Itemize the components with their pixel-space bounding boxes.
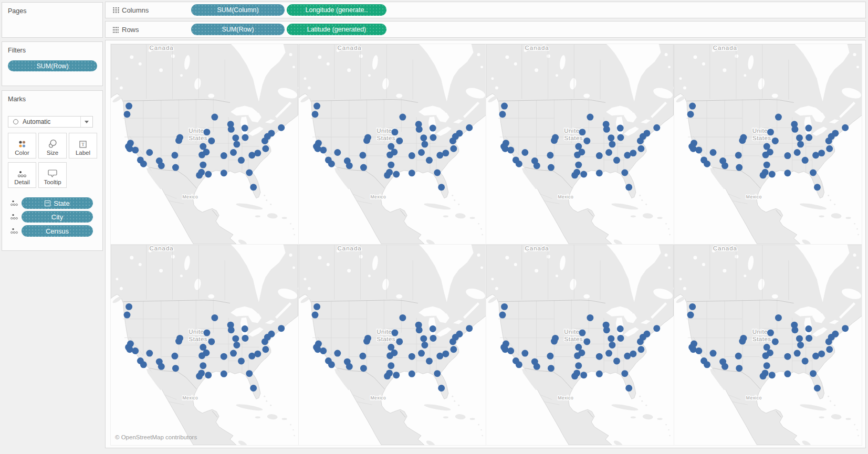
city-mark[interactable] (399, 114, 406, 121)
city-mark[interactable] (232, 134, 239, 141)
city-mark[interactable] (158, 363, 165, 370)
city-mark[interactable] (311, 111, 318, 118)
city-mark[interactable] (813, 385, 820, 392)
city-mark[interactable] (812, 152, 819, 159)
map-pane[interactable]: CanadaUnitedStatesMexico (674, 245, 862, 445)
filter-pill-sum-row[interactable]: SUM(Row) (8, 60, 97, 71)
city-mark[interactable] (613, 157, 620, 164)
mark-pill-state[interactable]: State (22, 197, 93, 209)
city-mark[interactable] (709, 350, 716, 357)
city-mark[interactable] (200, 162, 206, 168)
city-mark[interactable] (360, 164, 367, 171)
city-mark[interactable] (430, 335, 436, 342)
city-mark[interactable] (208, 138, 215, 144)
city-mark[interactable] (242, 325, 248, 332)
city-mark[interactable] (205, 171, 212, 178)
city-mark[interactable] (818, 150, 825, 156)
city-mark[interactable] (516, 161, 522, 167)
city-mark[interactable] (430, 134, 436, 141)
city-mark[interactable] (466, 124, 473, 131)
city-mark[interactable] (388, 162, 394, 168)
city-mark[interactable] (621, 370, 628, 377)
city-mark[interactable] (806, 134, 812, 141)
city-mark[interactable] (230, 350, 237, 357)
city-mark[interactable] (507, 146, 514, 153)
city-mark[interactable] (320, 347, 327, 354)
city-mark[interactable] (818, 351, 825, 357)
city-mark[interactable] (425, 357, 432, 364)
city-mark[interactable] (334, 149, 341, 156)
city-mark[interactable] (621, 170, 628, 176)
city-mark[interactable] (806, 335, 812, 342)
city-mark[interactable] (826, 346, 833, 353)
city-mark[interactable] (175, 137, 182, 144)
city-mark[interactable] (140, 361, 147, 368)
city-mark[interactable] (784, 353, 791, 360)
city-mark[interactable] (547, 353, 553, 360)
city-mark[interactable] (415, 126, 422, 133)
city-mark[interactable] (583, 138, 590, 144)
city-mark[interactable] (393, 171, 400, 178)
city-mark[interactable] (579, 330, 585, 336)
city-mark[interactable] (359, 353, 366, 360)
pill-sum-column[interactable]: SUM(Column) (191, 4, 285, 16)
city-mark[interactable] (791, 326, 798, 333)
city-mark[interactable] (653, 325, 660, 332)
city-mark[interactable] (449, 338, 456, 345)
city-mark[interactable] (418, 149, 425, 156)
city-mark[interactable] (360, 365, 367, 372)
city-mark[interactable] (221, 152, 227, 159)
city-mark[interactable] (603, 326, 610, 333)
city-mark[interactable] (704, 161, 710, 167)
city-mark[interactable] (262, 145, 269, 152)
city-mark[interactable] (346, 162, 352, 169)
map-pane[interactable]: CanadaUnitedStatesMexico (111, 44, 299, 245)
city-mark[interactable] (248, 152, 255, 159)
filters-shelf[interactable]: Filters SUM(Row) (2, 41, 103, 86)
city-mark[interactable] (842, 325, 849, 332)
columns-shelf[interactable]: Columns SUM(Column) Longitude (generate.… (105, 2, 866, 18)
color-button[interactable]: Color (8, 133, 36, 159)
city-mark[interactable] (609, 342, 615, 349)
city-mark[interactable] (200, 362, 206, 369)
city-mark[interactable] (238, 357, 245, 364)
map-pane[interactable]: CanadaUnitedStatesMexico (674, 44, 862, 245)
city-mark[interactable] (596, 170, 603, 176)
city-mark[interactable] (205, 372, 212, 378)
city-mark[interactable] (211, 314, 218, 321)
city-mark[interactable] (242, 125, 248, 132)
pill-longitude-generated[interactable]: Longitude (generate.. (287, 4, 386, 16)
city-mark[interactable] (254, 150, 261, 156)
city-mark[interactable] (534, 162, 540, 169)
city-mark[interactable] (801, 157, 808, 164)
city-mark[interactable] (418, 350, 425, 357)
map-pane[interactable]: CanadaUnitedStatesMexico (486, 245, 674, 445)
city-mark[interactable] (438, 385, 445, 392)
city-mark[interactable] (442, 351, 449, 357)
city-mark[interactable] (574, 352, 581, 359)
city-mark[interactable] (420, 335, 427, 342)
city-mark[interactable] (551, 338, 558, 345)
city-mark[interactable] (171, 152, 178, 159)
city-mark[interactable] (784, 371, 791, 377)
city-mark[interactable] (386, 152, 393, 159)
city-mark[interactable] (771, 338, 778, 345)
city-mark[interactable] (334, 350, 341, 357)
city-mark[interactable] (254, 351, 261, 357)
city-mark[interactable] (230, 149, 237, 156)
city-mark[interactable] (196, 172, 203, 178)
mark-pill-city[interactable]: City (22, 211, 93, 223)
city-mark[interactable] (574, 152, 581, 159)
city-mark[interactable] (507, 347, 514, 354)
city-mark[interactable] (399, 314, 406, 321)
mark-pill-census[interactable]: Census (22, 225, 93, 237)
city-mark[interactable] (547, 152, 553, 159)
city-mark[interactable] (391, 129, 398, 135)
city-mark[interactable] (617, 134, 624, 141)
city-mark[interactable] (579, 129, 585, 135)
city-mark[interactable] (250, 184, 257, 191)
city-mark[interactable] (408, 170, 415, 176)
city-mark[interactable] (596, 353, 603, 360)
city-mark[interactable] (393, 372, 400, 378)
city-mark[interactable] (126, 303, 132, 310)
